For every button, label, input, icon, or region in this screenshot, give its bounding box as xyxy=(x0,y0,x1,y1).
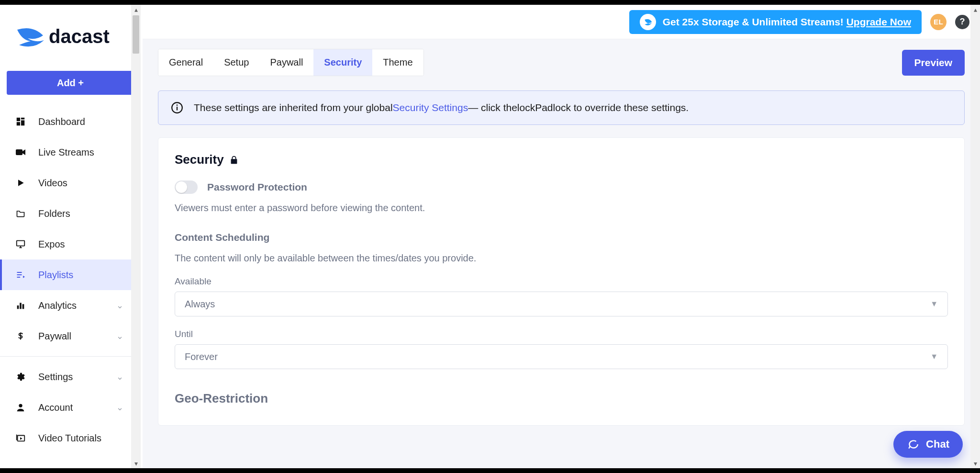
upgrade-promo[interactable]: Get 25x Storage & Unlimited Streams! Upg… xyxy=(629,10,922,34)
lock-icon[interactable] xyxy=(229,154,239,166)
chat-widget[interactable]: Chat xyxy=(893,431,963,458)
scrollbar-track[interactable] xyxy=(970,14,980,459)
sidebar-item-label: Dashboard xyxy=(38,116,85,127)
sidebar-item-label: Live Streams xyxy=(38,147,94,158)
scrollbar-thumb[interactable] xyxy=(133,15,139,54)
scroll-down-icon[interactable]: ▾ xyxy=(970,459,980,468)
promo-link[interactable]: Upgrade Now xyxy=(846,16,911,27)
page-scrollbar[interactable]: ▴ ▾ xyxy=(970,5,980,468)
user-avatar[interactable]: EL xyxy=(930,14,947,30)
video-library-icon xyxy=(14,432,27,444)
chevron-down-icon: ⌄ xyxy=(116,331,123,341)
monitor-icon xyxy=(14,238,27,250)
help-icon: ? xyxy=(960,17,965,27)
tab-label: Paywall xyxy=(270,57,303,68)
sidebar-item-expos[interactable]: Expos xyxy=(0,229,141,259)
play-icon xyxy=(14,177,27,189)
preview-label: Preview xyxy=(914,57,952,68)
sidebar-item-label: Folders xyxy=(38,208,70,219)
sidebar-divider xyxy=(0,356,141,357)
geo-restriction-title: Geo-Restriction xyxy=(175,391,948,406)
tabs: General Setup Paywall Security Theme xyxy=(158,49,424,76)
letterbox-top xyxy=(0,0,980,5)
sidebar-nav: Dashboard Live Streams Videos xyxy=(0,106,141,351)
sidebar-scrollbar[interactable]: ▴ ▾ xyxy=(131,5,141,468)
sidebar-item-playlists[interactable]: Playlists xyxy=(0,259,141,290)
chevron-down-icon: ⌄ xyxy=(116,300,123,311)
until-value: Forever xyxy=(185,351,218,362)
sidebar-item-dashboard[interactable]: Dashboard xyxy=(0,106,141,137)
analytics-icon xyxy=(14,299,27,312)
sidebar-item-live-streams[interactable]: Live Streams xyxy=(0,137,141,168)
brand-logo[interactable]: dacast xyxy=(0,5,141,59)
until-label: Until xyxy=(175,329,948,339)
svg-text:dacast: dacast xyxy=(49,26,110,47)
tab-label: Theme xyxy=(383,57,412,68)
chat-label: Chat xyxy=(926,438,949,450)
svg-rect-9 xyxy=(22,304,24,309)
info-banner: These settings are inherited from your g… xyxy=(158,90,965,125)
scroll-down-icon[interactable]: ▾ xyxy=(131,459,141,468)
scheduling-title: Content Scheduling xyxy=(175,232,948,243)
sidebar-item-account[interactable]: Account ⌄ xyxy=(0,392,141,423)
sidebar-item-label: Paywall xyxy=(38,331,71,342)
sidebar-item-label: Account xyxy=(38,402,73,413)
svg-rect-4 xyxy=(17,122,20,125)
tab-label: General xyxy=(169,57,203,68)
sidebar-nav-lower: Settings ⌄ Account ⌄ Video Tutorials xyxy=(0,361,141,453)
security-card: Security Password Protection Viewers mus… xyxy=(158,137,965,426)
sidebar-item-paywall[interactable]: Paywall ⌄ xyxy=(0,321,141,351)
password-toggle[interactable] xyxy=(175,180,198,194)
available-label: Available xyxy=(175,276,948,287)
security-settings-link[interactable]: Security Settings xyxy=(393,102,468,113)
password-description: Viewers must enter a password before vie… xyxy=(175,203,948,214)
tab-paywall[interactable]: Paywall xyxy=(259,49,313,76)
content: General Setup Paywall Security Theme Pre… xyxy=(143,39,980,468)
top-bar: Get 25x Storage & Unlimited Streams! Upg… xyxy=(143,5,980,39)
tab-security[interactable]: Security xyxy=(313,49,372,76)
dollar-icon xyxy=(14,330,27,342)
scroll-up-icon[interactable]: ▴ xyxy=(131,5,141,14)
svg-rect-2 xyxy=(21,118,24,120)
password-protection-row: Password Protection xyxy=(175,180,948,194)
sidebar-item-analytics[interactable]: Analytics ⌄ xyxy=(0,290,141,321)
promo-badge-icon xyxy=(640,14,656,30)
svg-rect-7 xyxy=(17,305,19,309)
available-select[interactable]: Always ▼ xyxy=(175,292,948,316)
sidebar-item-folders[interactable]: Folders xyxy=(0,198,141,229)
password-toggle-label: Password Protection xyxy=(207,181,307,193)
tab-setup[interactable]: Setup xyxy=(213,49,259,76)
sidebar-item-videos[interactable]: Videos xyxy=(0,168,141,198)
available-value: Always xyxy=(185,299,215,310)
banner-text: These settings are inherited from your g… xyxy=(194,102,689,113)
folder-icon xyxy=(14,207,27,220)
chevron-down-icon: ⌄ xyxy=(116,372,123,382)
sidebar-item-label: Settings xyxy=(38,372,73,383)
tab-label: Setup xyxy=(224,57,249,68)
tabs-row: General Setup Paywall Security Theme Pre… xyxy=(158,49,965,76)
main-area: Get 25x Storage & Unlimited Streams! Upg… xyxy=(143,5,980,468)
sidebar-item-video-tutorials[interactable]: Video Tutorials xyxy=(0,423,141,453)
svg-point-10 xyxy=(19,404,22,407)
caret-down-icon: ▼ xyxy=(930,300,938,308)
app-viewport: dacast Add + Dashboard Live Streams xyxy=(0,5,980,468)
help-button[interactable]: ? xyxy=(955,15,969,29)
add-button[interactable]: Add + xyxy=(7,71,134,95)
dacast-logo-icon: dacast xyxy=(14,24,115,50)
sidebar-item-label: Video Tutorials xyxy=(38,433,101,444)
caret-down-icon: ▼ xyxy=(930,352,938,361)
svg-point-14 xyxy=(177,104,178,106)
toggle-knob xyxy=(176,181,187,193)
preview-button[interactable]: Preview xyxy=(902,50,965,76)
sidebar-item-settings[interactable]: Settings ⌄ xyxy=(0,361,141,392)
svg-rect-6 xyxy=(17,241,25,246)
tab-theme[interactable]: Theme xyxy=(372,49,423,76)
left-column: dacast Add + Dashboard Live Streams xyxy=(0,5,143,468)
sidebar: dacast Add + Dashboard Live Streams xyxy=(0,5,141,468)
sidebar-item-label: Videos xyxy=(38,178,67,189)
svg-rect-5 xyxy=(16,149,22,155)
dashboard-icon xyxy=(14,115,27,128)
tab-general[interactable]: General xyxy=(158,49,213,76)
until-select[interactable]: Forever ▼ xyxy=(175,344,948,369)
scroll-up-icon[interactable]: ▴ xyxy=(970,5,980,14)
